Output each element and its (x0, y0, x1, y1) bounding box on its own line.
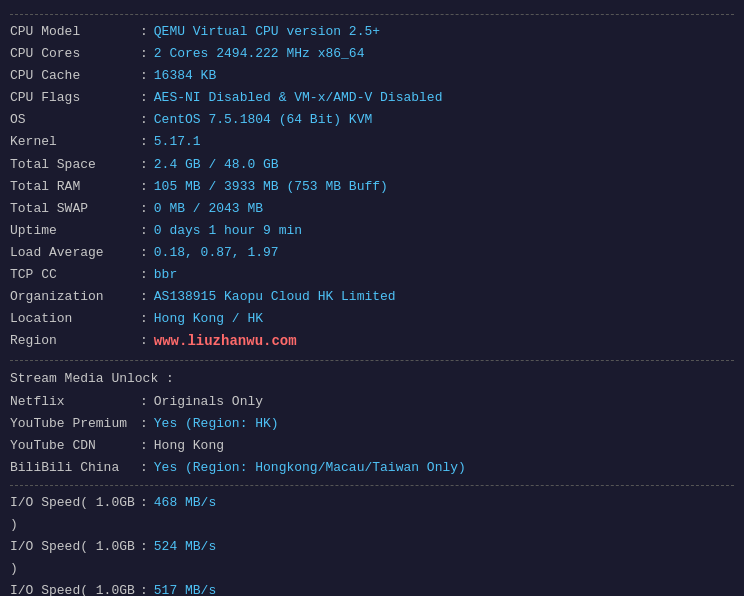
io-speed-1-label: I/O Speed( 1.0GB ) (10, 492, 140, 536)
cpu-cores-label: CPU Cores (10, 43, 140, 65)
table-row: TCP CC : bbr (10, 264, 734, 286)
table-row: I/O Speed( 1.0GB ) : 517 MB/s (10, 580, 734, 596)
stream-media-title: Stream Media Unlock : (10, 367, 174, 390)
kernel-label: Kernel (10, 131, 140, 153)
table-row: OS : CentOS 7.5.1804 (64 Bit) KVM (10, 109, 734, 131)
netflix-label: Netflix (10, 391, 140, 413)
youtube-premium-label: YouTube Premium (10, 413, 140, 435)
io-speed-section: I/O Speed( 1.0GB ) : 468 MB/s I/O Speed(… (10, 492, 734, 596)
load-average-label: Load Average (10, 242, 140, 264)
table-row: Region : www.liuzhanwu.com (10, 330, 734, 354)
os-label: OS (10, 109, 140, 131)
tcp-cc-value: bbr (154, 264, 177, 286)
bilibili-label: BiliBili China (10, 457, 140, 479)
stream-media-section: Stream Media Unlock : Netflix : Original… (10, 367, 734, 479)
table-row: Total RAM : 105 MB / 3933 MB (753 MB Buf… (10, 176, 734, 198)
table-row: Organization : AS138915 Kaopu Cloud HK L… (10, 286, 734, 308)
os-value: CentOS 7.5.1804 (64 Bit) KVM (154, 109, 372, 131)
load-average-value: 0.18, 0.87, 1.97 (154, 242, 279, 264)
cpu-model-value: QEMU Virtual CPU version 2.5+ (154, 21, 380, 43)
total-space-value: 2.4 GB / 48.0 GB (154, 154, 279, 176)
table-row: CPU Model : QEMU Virtual CPU version 2.5… (10, 21, 734, 43)
cpu-flags-value: AES-NI Disabled & VM-x/AMD-V Disabled (154, 87, 443, 109)
uptime-value: 0 days 1 hour 9 min (154, 220, 302, 242)
divider-2 (10, 485, 734, 486)
top-divider (10, 14, 734, 15)
uptime-label: Uptime (10, 220, 140, 242)
youtube-cdn-value: Hong Kong (154, 435, 224, 457)
total-space-label: Total Space (10, 154, 140, 176)
io-speed-2-value: 524 MB/s (154, 536, 216, 580)
region-value: www.liuzhanwu.com (154, 330, 297, 354)
cpu-cache-value: 16384 KB (154, 65, 216, 87)
cpu-model-label: CPU Model (10, 21, 140, 43)
tcp-cc-label: TCP CC (10, 264, 140, 286)
organization-label: Organization (10, 286, 140, 308)
divider-1 (10, 360, 734, 361)
table-row: CPU Flags : AES-NI Disabled & VM-x/AMD-V… (10, 87, 734, 109)
location-value: Hong Kong / HK (154, 308, 263, 330)
total-ram-value: 105 MB / 3933 MB (753 MB Buff) (154, 176, 388, 198)
table-row: CPU Cache : 16384 KB (10, 65, 734, 87)
table-row: Total Space : 2.4 GB / 48.0 GB (10, 154, 734, 176)
location-label: Location (10, 308, 140, 330)
total-swap-value: 0 MB / 2043 MB (154, 198, 263, 220)
table-row: I/O Speed( 1.0GB ) : 524 MB/s (10, 536, 734, 580)
table-row: Kernel : 5.17.1 (10, 131, 734, 153)
cpu-flags-label: CPU Flags (10, 87, 140, 109)
table-row: Uptime : 0 days 1 hour 9 min (10, 220, 734, 242)
system-info-section: CPU Model : QEMU Virtual CPU version 2.5… (10, 21, 734, 354)
io-speed-2-label: I/O Speed( 1.0GB ) (10, 536, 140, 580)
total-ram-label: Total RAM (10, 176, 140, 198)
cpu-cores-value: 2 Cores 2494.222 MHz x86_64 (154, 43, 365, 65)
io-speed-1-value: 468 MB/s (154, 492, 216, 536)
region-label: Region (10, 330, 140, 354)
table-row: I/O Speed( 1.0GB ) : 468 MB/s (10, 492, 734, 536)
io-speed-3-label: I/O Speed( 1.0GB ) (10, 580, 140, 596)
youtube-premium-value: Yes (Region: HK) (154, 413, 279, 435)
kernel-value: 5.17.1 (154, 131, 201, 153)
table-row: Netflix : Originals Only (10, 391, 734, 413)
bilibili-value: Yes (Region: Hongkong/Macau/Taiwan Only) (154, 457, 466, 479)
cpu-cache-label: CPU Cache (10, 65, 140, 87)
table-row: Load Average : 0.18, 0.87, 1.97 (10, 242, 734, 264)
table-row: YouTube CDN : Hong Kong (10, 435, 734, 457)
youtube-cdn-label: YouTube CDN (10, 435, 140, 457)
table-row: CPU Cores : 2 Cores 2494.222 MHz x86_64 (10, 43, 734, 65)
table-row: Location : Hong Kong / HK (10, 308, 734, 330)
io-speed-3-value: 517 MB/s (154, 580, 216, 596)
netflix-value: Originals Only (154, 391, 263, 413)
total-swap-label: Total SWAP (10, 198, 140, 220)
table-row: Total SWAP : 0 MB / 2043 MB (10, 198, 734, 220)
table-row: YouTube Premium : Yes (Region: HK) (10, 413, 734, 435)
stream-media-title-row: Stream Media Unlock : (10, 367, 734, 390)
table-row: BiliBili China : Yes (Region: Hongkong/M… (10, 457, 734, 479)
organization-value: AS138915 Kaopu Cloud HK Limited (154, 286, 396, 308)
